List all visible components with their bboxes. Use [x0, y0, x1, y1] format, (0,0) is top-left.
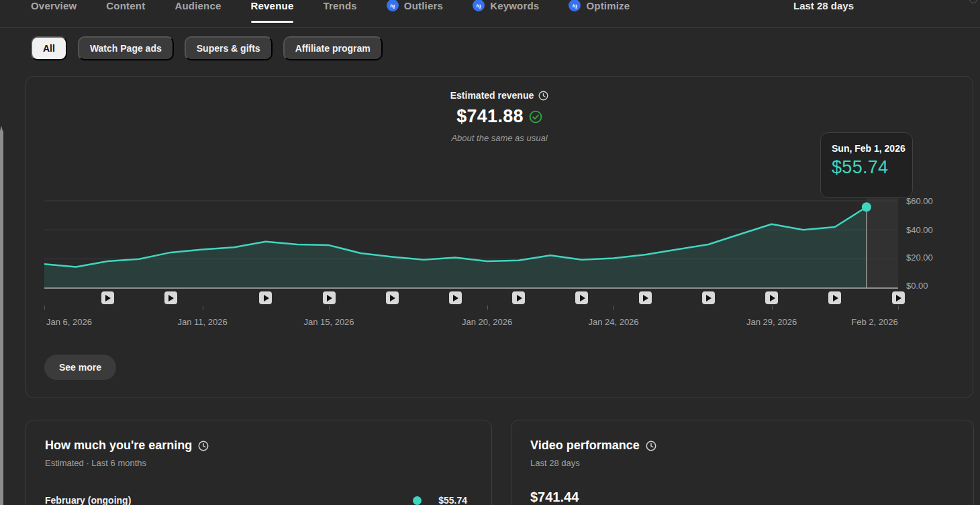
x-axis-label: Jan 24, 2026: [588, 317, 638, 327]
tab-label: Revenue: [251, 0, 294, 11]
earnings-month-label: February (ongoing): [45, 495, 413, 505]
video-publish-marker[interactable]: [828, 291, 841, 304]
play-icon: [770, 295, 775, 302]
tab-label: Overview: [31, 0, 77, 11]
video-publish-marker[interactable]: [323, 291, 336, 304]
tab-keywords[interactable]: iqKeywords: [473, 0, 539, 24]
revenue-area-fill: [44, 207, 867, 288]
tab-label: Trends: [323, 0, 356, 11]
filter-chip-all[interactable]: All: [31, 36, 67, 60]
play-icon: [517, 295, 522, 302]
hovered-data-point: [862, 202, 871, 212]
metric-value: $741.88: [456, 106, 524, 127]
y-axis-label: $60.00: [906, 196, 933, 206]
video-publish-marker[interactable]: [101, 291, 114, 304]
video-publish-marker[interactable]: [449, 291, 462, 304]
vidiq-icon: iq: [387, 0, 399, 11]
x-axis-label: Jan 11, 2026: [177, 317, 227, 327]
x-axis-tick: [329, 306, 330, 310]
scrollbar-arrow-icon: [0, 126, 3, 131]
play-icon: [264, 295, 269, 302]
tab-label: Audience: [175, 0, 221, 11]
vidiq-icon: iq: [473, 0, 485, 11]
see-more-button[interactable]: See more: [44, 355, 116, 380]
play-icon: [168, 295, 174, 302]
y-axis-label: $40.00: [906, 225, 933, 235]
revenue-filter-chips: AllWatch Page adsSupers & giftsAffiliate…: [31, 36, 383, 60]
performance-card-subtitle: Last 28 days: [530, 458, 580, 468]
tab-optimize[interactable]: iqOptimize: [569, 0, 630, 24]
performance-card-title: Video performance: [530, 439, 640, 453]
series-dot-icon: [413, 496, 422, 505]
tab-label: Outliers: [404, 0, 443, 11]
chart-tooltip: Sun, Feb 1, 2026 $55.74: [820, 132, 913, 198]
estimated-revenue-card: Estimated revenue $741.88 About the same…: [26, 76, 973, 398]
x-axis-tick: [772, 306, 773, 310]
tab-revenue[interactable]: Revenue: [251, 0, 294, 24]
date-range-selector[interactable]: Last 28 days: [793, 0, 854, 11]
play-icon: [390, 295, 395, 302]
filter-chip-watch-page-ads[interactable]: Watch Page ads: [78, 36, 174, 60]
clock-icon: [538, 91, 548, 101]
earnings-month-value: $55.74: [435, 495, 467, 505]
video-publish-marker[interactable]: [892, 291, 905, 304]
active-tab-underline: [251, 21, 294, 23]
video-publish-marker[interactable]: [639, 291, 652, 304]
video-publish-marker[interactable]: [575, 291, 588, 304]
tab-content[interactable]: Content: [106, 0, 145, 24]
x-axis-label: Jan 29, 2026: [746, 317, 797, 327]
y-axis-label: $20.00: [906, 252, 933, 263]
video-publish-marker[interactable]: [702, 291, 715, 304]
vidiq-icon: iq: [569, 0, 581, 11]
play-icon: [896, 295, 901, 302]
play-icon: [643, 295, 648, 302]
tooltip-date: Sun, Feb 1, 2026: [832, 143, 901, 154]
clock-icon: [198, 441, 209, 451]
x-axis-label: Jan 20, 2026: [462, 317, 512, 327]
tooltip-value: $55.74: [832, 157, 901, 178]
play-icon: [706, 295, 712, 302]
earnings-summary-card: How much you're earning Estimated · Last…: [26, 420, 492, 505]
x-axis-tick: [203, 306, 203, 310]
tab-audience[interactable]: Audience: [175, 0, 221, 24]
tab-label: Keywords: [490, 0, 539, 11]
clipped-corner-icon: [969, 0, 977, 3]
video-publish-marker[interactable]: [512, 291, 525, 304]
video-publish-marker[interactable]: [164, 291, 177, 304]
play-icon: [327, 295, 332, 302]
filter-chip-affiliate-program[interactable]: Affiliate program: [283, 36, 383, 60]
tab-trends[interactable]: Trends: [323, 0, 356, 24]
filter-chip-supers-gifts[interactable]: Supers & gifts: [185, 36, 273, 60]
play-icon: [580, 295, 585, 302]
video-publish-marker[interactable]: [386, 291, 399, 304]
nav-divider: [0, 27, 980, 28]
analytics-tab-bar: OverviewContentAudienceRevenueTrendsiqOu…: [31, 0, 630, 24]
earnings-month-row[interactable]: February (ongoing) $55.74: [45, 495, 467, 505]
video-publish-marker[interactable]: [259, 291, 272, 304]
play-icon: [105, 295, 111, 302]
play-icon: [453, 295, 458, 302]
hover-highlight-region: [867, 195, 898, 288]
x-axis-tick: [44, 306, 45, 310]
earnings-card-title: How much you're earning: [45, 439, 192, 453]
play-icon: [833, 295, 838, 302]
tab-outliers[interactable]: iqOutliers: [387, 0, 443, 24]
x-axis-tick: [898, 306, 899, 310]
performance-value: $741.44: [530, 490, 579, 505]
tab-overview[interactable]: Overview: [31, 0, 77, 24]
clock-icon: [646, 441, 656, 451]
earnings-card-subtitle: Estimated · Last 6 months: [45, 458, 146, 468]
tab-label: Content: [106, 0, 145, 11]
video-performance-card: Video performance Last 28 days $741.44: [511, 420, 974, 505]
x-axis-tick: [487, 306, 488, 310]
x-axis-tick: [614, 306, 614, 310]
x-axis-label: Feb 2, 2026: [851, 317, 897, 327]
metric-label: Estimated revenue: [450, 90, 534, 101]
vertical-scrollbar[interactable]: [0, 131, 3, 505]
tab-label: Optimize: [586, 0, 630, 11]
video-publish-marker[interactable]: [765, 291, 778, 304]
x-axis-label: Jan 15, 2026: [303, 317, 354, 327]
x-axis-label: Jan 6, 2026: [46, 317, 92, 327]
check-circle-icon: [529, 110, 542, 124]
revenue-line-chart[interactable]: [44, 195, 898, 289]
